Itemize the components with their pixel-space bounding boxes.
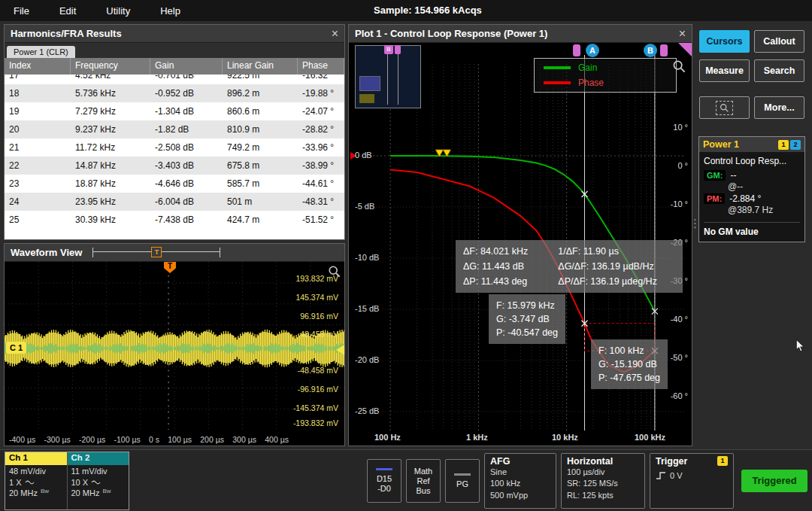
navigator-handle-b[interactable]: B: [384, 45, 393, 54]
cell-linear-gain: 749.2 m: [223, 142, 298, 153]
menu-bar: File Edit Utility Help Sample: 154.966 k…: [0, 0, 812, 21]
ch2-bandwidth: 20 MHz: [71, 488, 100, 497]
cell-phase: -48.31 °: [298, 196, 344, 207]
ch1-scale: 48 mV/div: [5, 465, 67, 476]
trigger-badge[interactable]: Trigger 1 0 V: [650, 453, 734, 509]
cell-phase: -38.99 °: [298, 160, 344, 171]
main-menu: File Edit Utility Help: [0, 5, 180, 17]
plot-zoom-handle[interactable]: [573, 44, 580, 56]
cell-linear-gain: 501 m: [223, 196, 298, 207]
zoom-icon[interactable]: [672, 59, 686, 74]
menu-help[interactable]: Help: [160, 5, 180, 17]
cell-gain: -0.952 dB: [150, 88, 223, 99]
power1-measurement-badge[interactable]: Power 1 1 2 Control Loop Resp... GM: -- …: [698, 136, 805, 242]
time-label: -400 µs: [9, 435, 35, 444]
power1-badge-header: Power 1 1 2: [699, 137, 804, 152]
gain-swatch: [544, 66, 571, 69]
time-label: 300 µs: [232, 435, 256, 444]
math-ref-bus-button[interactable]: Math Ref Bus: [406, 459, 441, 503]
zoom-mode-button[interactable]: [699, 96, 750, 119]
legend-gain-label: Gain: [578, 62, 597, 73]
ch1-badge[interactable]: Ch 1: [5, 452, 67, 465]
cursor-a-phase: P: -40.547 deg: [496, 326, 558, 339]
results-row[interactable]: 25 30.39 kHz -7.438 dB 424.7 m -51.52 °: [5, 211, 344, 229]
cell-frequency: 11.72 kHz: [71, 142, 150, 153]
menu-utility[interactable]: Utility: [106, 5, 130, 17]
sine-icon: [25, 479, 35, 485]
results-row[interactable]: 19 7.279 kHz -1.304 dB 860.6 m -24.07 °: [5, 102, 344, 120]
results-row[interactable]: 21 11.72 kHz -2.508 dB 749.2 m -33.96 °: [5, 138, 344, 157]
cell-linear-gain: 810.9 m: [223, 124, 298, 135]
results-row[interactable]: 24 23.95 kHz -6.004 dB 501 m -48.31 °: [5, 193, 344, 211]
cursors-button[interactable]: Cursors: [699, 30, 750, 53]
rising-edge-icon: [656, 471, 666, 480]
cell-index: 23: [5, 178, 71, 189]
panel-drag-handle[interactable]: ⋮: [689, 220, 701, 227]
horizontal-scale: 100 µs/div: [567, 467, 639, 479]
horizontal-badge[interactable]: Horizontal 100 µs/div SR: 125 MS/s RL: 1…: [561, 453, 645, 509]
search-button[interactable]: Search: [754, 59, 804, 82]
bottom-bar: Ch 1 48 mV/div 1 X 20 MHz Bw Ch 2 11 mV/…: [0, 449, 812, 511]
delta-p-per-f: ΔP/ΔF: 136.19 µdeg/Hz: [558, 275, 675, 288]
menu-edit[interactable]: Edit: [59, 5, 76, 17]
zoom-icon[interactable]: [328, 265, 341, 278]
main-region: Harmonics/FRA Results × Power 1 (CLR) In…: [0, 21, 812, 449]
trigger-title-row: Trigger 1: [656, 456, 728, 467]
digital-channels-button[interactable]: D15 -D0: [367, 459, 401, 503]
ch2-badge[interactable]: Ch 2: [68, 452, 129, 465]
waveform-display[interactable]: T C 1 193.832 mV145.374 mV96.916 mV48.45…: [5, 262, 344, 446]
cell-index: 24: [5, 196, 71, 207]
zoom-area-icon: [716, 101, 733, 115]
close-icon[interactable]: ×: [332, 28, 338, 40]
time-scale: -400 µs-300 µs-200 µs-100 µs0 s100 µs200…: [9, 435, 289, 444]
cell-index: 21: [5, 142, 71, 153]
cursor-a-readout: F: 15.979 kHz G: -3.747 dB P: -40.547 de…: [489, 294, 565, 344]
results-table-body[interactable]: 17 4.52 kHz -0.701 dB 922.5 m -16.32 ° 1…: [5, 75, 344, 239]
trigger-position-indicator[interactable]: T: [151, 247, 162, 257]
measurement-name: Control Loop Resp...: [704, 156, 800, 166]
power1-badge-body: Control Loop Resp... GM: -- @-- PM: -2.8…: [699, 152, 804, 242]
navigator-handle[interactable]: [395, 45, 401, 54]
cursor-a-badge[interactable]: A: [586, 44, 599, 57]
sample-status: Sample: 154.966 kAcqs: [374, 0, 482, 21]
pm-value: -2.884 °: [729, 193, 761, 204]
results-row[interactable]: 17 4.52 kHz -0.701 dB 922.5 m -16.32 °: [5, 75, 344, 84]
ch2-scale: 11 mV/div: [68, 465, 129, 476]
cursor-b-badge[interactable]: B: [644, 44, 657, 57]
results-row[interactable]: 22 14.87 kHz -3.403 dB 675.8 m -38.99 °: [5, 157, 344, 175]
cell-linear-gain: 896.2 m: [223, 88, 298, 99]
menu-file[interactable]: File: [14, 5, 29, 17]
measure-button[interactable]: Measure: [699, 59, 750, 82]
callout-button[interactable]: Callout: [754, 30, 804, 53]
time-label: 0 s: [149, 435, 159, 444]
horizontal-zoom-bracket[interactable]: T: [92, 248, 220, 257]
close-icon[interactable]: ×: [679, 28, 686, 40]
pg-button[interactable]: PG: [445, 459, 480, 503]
channel1-settings[interactable]: Ch 1 48 mV/div 1 X 20 MHz Bw: [5, 452, 68, 509]
toolbar-row: Cursors Callout: [698, 30, 805, 53]
plot-corner-handle[interactable]: [678, 43, 692, 56]
channel2-settings[interactable]: Ch 2 11 mV/div 10 X 20 MHz Bw: [68, 452, 129, 509]
channel1-badge[interactable]: C 1: [6, 342, 26, 354]
trigger-level-arrow[interactable]: [336, 345, 344, 355]
results-row[interactable]: 23 18.87 kHz -4.646 dB 585.7 m -44.61 °: [5, 175, 344, 193]
delta-p: ΔP: 11.443 deg: [463, 275, 546, 288]
results-row[interactable]: 18 5.736 kHz -0.952 dB 896.2 m -19.88 °: [5, 84, 344, 102]
time-label: 200 µs: [200, 435, 224, 444]
digital-label-line2: -D0: [377, 484, 391, 493]
cell-index: 18: [5, 88, 71, 99]
right-toolbar: Cursors Callout Measure Search More... P…: [695, 24, 808, 446]
cell-gain: -7.438 dB: [150, 214, 223, 225]
tab-power1-clr[interactable]: Power 1 (CLR): [7, 46, 75, 58]
ch2-bandwidth-row: 20 MHz Bw: [68, 487, 129, 498]
afg-badge[interactable]: AFG Sine 100 kHz 500 mVpp: [484, 453, 556, 509]
more-button[interactable]: More...: [754, 96, 804, 119]
plot-navigator-thumbnail[interactable]: B: [355, 45, 421, 108]
plot-zoom-handle[interactable]: [660, 44, 668, 56]
ch1-attenuation-row: 1 X: [5, 476, 67, 487]
bode-plot[interactable]: B Gain Phase: [349, 43, 692, 446]
mouse-cursor: [795, 339, 805, 353]
gm-label: GM:: [704, 170, 726, 181]
navigator-mini-view: [359, 76, 380, 91]
results-row[interactable]: 20 9.237 kHz -1.82 dB 810.9 m -28.82 °: [5, 120, 344, 138]
